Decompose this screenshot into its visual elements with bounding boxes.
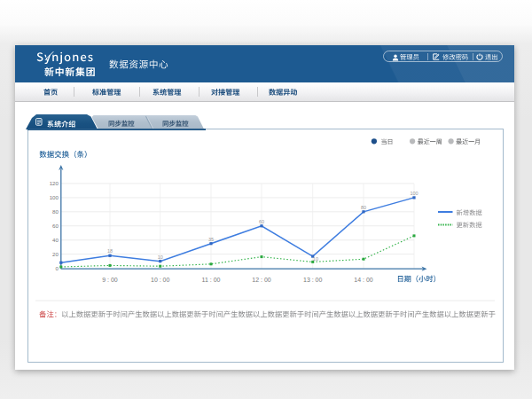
svg-text:80: 80 [361,205,366,210]
svg-text:60: 60 [52,223,59,229]
svg-text:18: 18 [107,248,113,254]
svg-text:9 : 00: 9 : 00 [102,277,118,283]
svg-text:0: 0 [56,265,59,271]
svg-text:35: 35 [208,237,214,242]
svg-text:80: 80 [52,208,59,215]
svg-text:120: 120 [50,180,59,186]
svg-text:10 : 00: 10 : 00 [151,277,170,283]
svg-text:40: 40 [52,237,59,243]
svg-text:10: 10 [313,256,318,262]
svg-text:11 : 00: 11 : 00 [202,277,221,283]
svg-text:13 : 00: 13 : 00 [303,277,323,283]
svg-text:14 : 00: 14 : 00 [354,277,373,283]
svg-text:12 : 00: 12 : 00 [252,277,271,283]
svg-text:100: 100 [50,194,59,200]
svg-text:10: 10 [158,254,163,260]
svg-text:20: 20 [52,251,59,257]
svg-text:100: 100 [410,191,418,196]
svg-text:60: 60 [259,219,264,224]
